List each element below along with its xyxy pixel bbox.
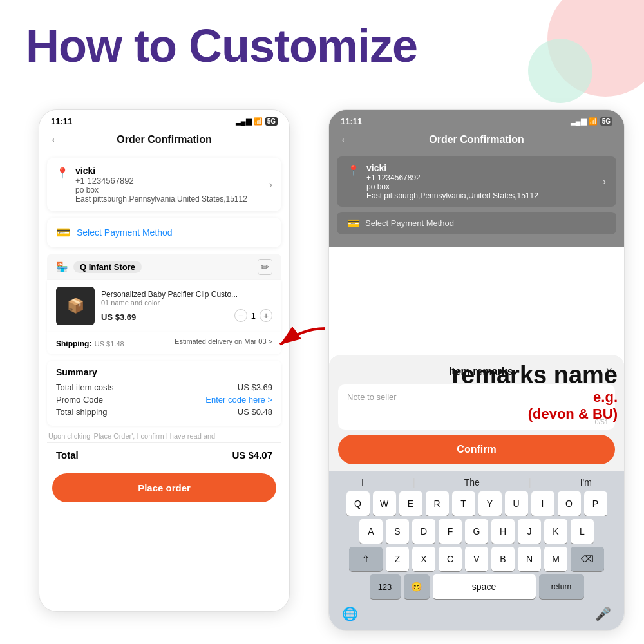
key-c[interactable]: C (439, 547, 462, 571)
confirm-button[interactable]: Confirm (338, 435, 615, 464)
key-j[interactable]: J (518, 519, 541, 544)
payment-icon: 💳 (56, 225, 70, 240)
suggestion-the[interactable]: The (464, 477, 480, 488)
key-w[interactable]: W (373, 491, 396, 516)
arrow-annotation (270, 322, 328, 357)
right-payment-row[interactable]: 💳 Select Payment Method (337, 212, 616, 234)
key-r[interactable]: R (426, 491, 449, 516)
key-m[interactable]: M (544, 547, 567, 571)
right-back-button[interactable]: ← (339, 133, 351, 147)
right-address-location: East pittsburgh,Pennsylvania,United Stat… (366, 191, 596, 200)
key-t[interactable]: T (452, 491, 475, 516)
left-nav-title: Order Confirmation (117, 134, 212, 146)
key-k[interactable]: K (544, 519, 567, 544)
key-e[interactable]: E (399, 491, 422, 516)
key-h[interactable]: H (491, 519, 515, 544)
key-a[interactable]: A (359, 519, 383, 544)
disclaimer-text: Upon clicking 'Place Order', I confirm I… (48, 432, 280, 440)
address-phone: +1 1234567892 (75, 176, 263, 185)
edit-icon[interactable]: ✏ (258, 259, 272, 275)
note-placeholder: Note to seller (347, 392, 397, 402)
promo-value[interactable]: Enter code here > (205, 395, 272, 404)
key-d[interactable]: D (412, 519, 435, 544)
shipping-total-label: Total shipping (56, 407, 108, 417)
delete-key[interactable]: ⌫ (571, 547, 604, 571)
shipping-estimate: Estimated delivery on Mar 03 > (175, 337, 272, 345)
address-details: vicki +1 1234567892 po box East pittsbur… (75, 166, 263, 204)
left-status-time: 11:11 (51, 117, 72, 126)
key-s[interactable]: S (386, 519, 409, 544)
mic-key[interactable]: 🎤 (595, 606, 611, 621)
right-payment-icon: 💳 (347, 217, 360, 229)
left-status-bar: 11:11 ▂▄▆ 📶 5G (39, 110, 289, 130)
page-title: How to Customize (26, 19, 417, 72)
emoji-key[interactable]: 😊 (404, 574, 430, 599)
num-key[interactable]: 123 (370, 574, 401, 599)
left-nav-bar: ← Order Confirmation (39, 130, 289, 151)
shift-key[interactable]: ⇧ (349, 547, 383, 571)
store-name: Q Infant Store (73, 261, 142, 273)
total-amount: US $4.07 (232, 450, 272, 460)
address-card[interactable]: 📍 vicki +1 1234567892 po box East pittsb… (47, 158, 281, 211)
key-l[interactable]: L (571, 519, 594, 544)
key-q[interactable]: Q (346, 491, 370, 516)
shipping-row: Shipping: US $1.48 Estimated delivery on… (47, 332, 281, 354)
remarks-name-overlay: remarks name e.g. (devon & BU) (451, 362, 618, 422)
summary-promo[interactable]: Promo Code Enter code here > (56, 395, 272, 404)
promo-label: Promo Code (56, 395, 103, 404)
left-status-icons: ▂▄▆ 📶 5G (236, 117, 278, 126)
right-signal-icon: ▂▄▆ (571, 117, 586, 126)
dark-section: 11:11 ▂▄▆ 📶 5G ← Order Confirmation 📍 vi… (329, 110, 624, 247)
qty-decrease-button[interactable]: − (234, 309, 247, 322)
item-remarks-modal: Item remarks × Note to seller 0/51 remar… (329, 355, 624, 630)
key-y[interactable]: Y (478, 491, 502, 516)
key-v[interactable]: V (465, 547, 488, 571)
wifi-icon: 📶 (254, 117, 263, 126)
space-key[interactable]: space (433, 574, 536, 599)
right-nav-title: Order Confirmation (429, 134, 524, 146)
remarks-name-text: remarks name (451, 362, 618, 389)
key-g[interactable]: G (465, 519, 488, 544)
right-chevron-icon: › (603, 176, 606, 187)
qty-increase-button[interactable]: + (260, 309, 272, 322)
key-i[interactable]: I (531, 491, 554, 516)
return-key[interactable]: return (539, 574, 584, 599)
keyboard-row-3: ⇧ Z X C V B N M ⌫ (332, 547, 621, 571)
keyboard-row-1: Q W E R T Y U I O P (332, 491, 621, 516)
total-bar: Total US $4.07 (47, 442, 281, 467)
right-address-phone: +1 1234567892 (366, 173, 596, 182)
place-order-button[interactable]: Place order (52, 473, 276, 502)
right-address-name: vicki (366, 163, 596, 173)
key-b[interactable]: B (491, 547, 515, 571)
right-location-icon: 📍 (347, 164, 360, 176)
location-icon: 📍 (56, 167, 69, 179)
address-box: po box (75, 185, 263, 194)
right-phone-mockup: 11:11 ▂▄▆ 📶 5G ← Order Confirmation 📍 vi… (328, 109, 625, 631)
shipping-label: Shipping: (56, 339, 91, 348)
suggestion-i[interactable]: I (361, 477, 364, 488)
key-n[interactable]: N (518, 547, 541, 571)
product-variant: 01 name and color (101, 299, 272, 307)
bg-decoration-mint (528, 39, 592, 103)
keyboard-row-2: A S D F G H J K L (332, 519, 621, 544)
item-costs-value: US $3.69 (238, 383, 272, 392)
red-arrow-icon (270, 322, 328, 354)
qty-value: 1 (251, 311, 256, 321)
key-x[interactable]: X (412, 547, 435, 571)
key-z[interactable]: Z (386, 547, 409, 571)
remarks-eg-label: e.g. (451, 389, 618, 406)
right-nav-bar: ← Order Confirmation (329, 130, 624, 151)
suggestion-im[interactable]: I'm (580, 477, 592, 488)
left-back-button[interactable]: ← (50, 133, 61, 147)
globe-key[interactable]: 🌐 (342, 606, 358, 621)
key-o[interactable]: O (558, 491, 581, 516)
summary-shipping: Total shipping US $0.48 (56, 407, 272, 417)
key-p[interactable]: P (584, 491, 607, 516)
shipping-total-value: US $0.48 (238, 407, 272, 417)
right-address-row[interactable]: 📍 vicki +1 1234567892 po box East pittsb… (337, 156, 616, 207)
key-u[interactable]: U (505, 491, 528, 516)
total-label: Total (56, 450, 79, 460)
product-name: Personalized Baby Pacifier Clip Custo... (101, 290, 272, 299)
key-f[interactable]: F (439, 519, 462, 544)
payment-card[interactable]: 💳 Select Payment Method (47, 218, 281, 247)
